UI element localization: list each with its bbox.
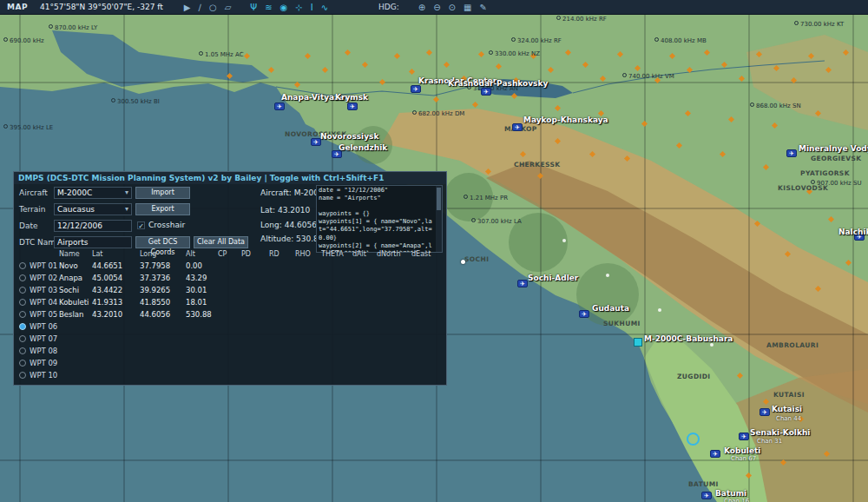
airport-label: Krasnodar-Pashkovsky [448, 79, 548, 88]
terrain-dropdown[interactable]: Caucasus ▾ [54, 203, 132, 215]
waypoint-radio[interactable] [19, 287, 26, 294]
waypoint-radio[interactable] [19, 360, 26, 367]
cursor-coordinates: 41°57'58"N 39°50'07"E, -327 ft [40, 3, 163, 11]
airport-icon[interactable]: ✈ [347, 102, 358, 110]
import-button[interactable]: Import [135, 187, 190, 199]
airport-icon[interactable]: ✈ [481, 88, 491, 96]
player-unit-icon[interactable] [634, 338, 642, 347]
city-label: SOCHI [464, 255, 489, 263]
radio-beacon-label: 868.00 kHz SN [750, 102, 801, 109]
checkbox-check-icon: ✓ [137, 221, 145, 229]
zoom-in-icon[interactable]: ⊕ [418, 0, 425, 15]
signal-icon[interactable]: ≋ [265, 0, 272, 15]
zoom-reset-icon[interactable]: ⊙ [449, 0, 456, 15]
airport-label: Nalchik [838, 228, 868, 236]
airport-icon[interactable]: ✈ [512, 123, 523, 131]
airport-label: Mineralnye Vody [799, 144, 868, 153]
column-header: dNorth [377, 250, 411, 258]
column-header: RD [269, 250, 295, 258]
city-label: KUTAISI [773, 391, 805, 399]
date-input[interactable]: 12/12/2006 [54, 220, 132, 232]
unit-range-ring-icon[interactable] [687, 433, 700, 446]
waypoint-radio[interactable] [19, 299, 26, 306]
antenna-icon[interactable]: Ψ [250, 0, 257, 15]
town-mark-icon [773, 65, 779, 71]
dmps-panel: DMPS (DCS-DTC Mission Planning System) v… [13, 171, 447, 386]
airport-icon[interactable]: ✈ [760, 408, 770, 416]
airport-icon[interactable]: ✈ [786, 149, 797, 157]
polygon-tool-icon[interactable]: ▱ [225, 0, 232, 15]
waypoint-long: 39.9265 [140, 286, 186, 294]
wave-icon[interactable]: ∿ [321, 0, 328, 15]
waypoint-radio[interactable] [19, 323, 26, 330]
airport-label: Kutaisi [772, 405, 802, 413]
column-header: dEast [411, 250, 437, 258]
info-icon[interactable]: Ⅰ [311, 0, 313, 15]
waypoint-radio[interactable] [19, 335, 26, 342]
town-mark-icon [433, 96, 439, 102]
town-mark-icon [472, 102, 478, 108]
scrollbar-thumb[interactable] [437, 188, 441, 210]
town-mark-icon [582, 62, 589, 68]
radio-beacon-label: 690.00 kHz [3, 37, 44, 44]
town-mark-icon [617, 51, 623, 57]
town-mark-icon [379, 79, 385, 85]
aircraft-dropdown[interactable]: M-2000C ▾ [54, 187, 132, 199]
airport-icon[interactable]: ✈ [710, 450, 720, 458]
waypoint-name: Anapa [59, 274, 92, 282]
radio-beacon-label: 330.00 kHz NZ [489, 50, 540, 57]
ruler-icon[interactable]: ∕ [199, 0, 201, 15]
crosshair-checkbox[interactable]: ✓ Crosshair [137, 221, 185, 229]
town-mark-icon [624, 155, 630, 162]
waypoint-number-label: WPT 05 [30, 310, 59, 319]
airport-icon[interactable]: ✈ [517, 280, 528, 287]
airport-icon[interactable]: ✈ [274, 102, 285, 110]
export-button[interactable]: Export [135, 203, 190, 215]
town-mark-icon [268, 67, 274, 73]
radio-beacon-label: 214.00 kHz RF [556, 16, 607, 23]
airport-icon[interactable]: ✈ [701, 492, 712, 499]
pencil-icon[interactable]: ✎ [479, 0, 486, 15]
get-dcs-coords-button[interactable]: Get DCS Coords [135, 236, 190, 248]
radio-beacon-label: 870.00 kHz LY [49, 24, 97, 31]
circle-tool-icon[interactable]: ○ [209, 0, 217, 15]
clear-all-data-button[interactable]: Clear All Data [194, 236, 248, 248]
observe-icon[interactable]: ◉ [280, 0, 288, 15]
dtc-name-input[interactable]: Airports [54, 236, 132, 248]
terrain-label: Terrain [19, 205, 45, 214]
town-mark-icon [322, 67, 328, 73]
grid-icon[interactable]: ▦ [464, 0, 471, 15]
dtc-editor-textarea[interactable]: date = "12/12/2006" name = "Airports" wa… [316, 185, 443, 253]
town-mark-icon [485, 168, 491, 175]
airport-icon[interactable]: ✈ [411, 85, 421, 93]
f10-map[interactable]: 870.00 kHz LY690.00 kHz214.00 kHz RF730.… [0, 15, 868, 502]
town-mark-icon [791, 77, 797, 83]
column-header: PD [241, 250, 269, 258]
player-unit-label: M-2000C-Babushara [644, 334, 733, 343]
waypoint-radio[interactable] [19, 372, 26, 379]
airport-icon[interactable]: ✈ [739, 433, 749, 440]
waypoint-name: Kobuleti [59, 298, 92, 307]
waypoint-radio[interactable] [19, 274, 26, 281]
waypoint-alt: 43.29 [186, 274, 218, 282]
town-mark-icon [815, 110, 821, 116]
editor-scrollbar[interactable] [436, 186, 442, 252]
airport-icon[interactable]: ✈ [579, 310, 589, 318]
city-label: BATUMI [688, 480, 719, 488]
waypoint-radio[interactable] [19, 311, 26, 318]
marker-icon[interactable]: ⊹ [295, 0, 302, 15]
waypoint-row: WPT 08 [14, 345, 446, 357]
waypoint-radio[interactable] [19, 262, 26, 269]
town-mark-icon [294, 82, 300, 88]
town-mark-icon [780, 459, 786, 466]
waypoint-radio[interactable] [19, 347, 26, 354]
zoom-out-icon[interactable]: ⊖ [433, 0, 440, 15]
cursor-icon[interactable]: ▶ [184, 0, 191, 15]
airport-label: Sochi-Adler [528, 274, 578, 282]
city-label: CHERKESSK [514, 161, 561, 168]
waypoint-row: WPT 09 [14, 357, 446, 369]
waypoint-row: WPT 03Sochi43.442239.926530.01 [14, 284, 446, 296]
chevron-down-icon: ▾ [125, 188, 128, 198]
waypoint-lat: 45.0054 [92, 274, 140, 282]
radio-beacon-label: 740.00 kHz VM [622, 73, 674, 80]
